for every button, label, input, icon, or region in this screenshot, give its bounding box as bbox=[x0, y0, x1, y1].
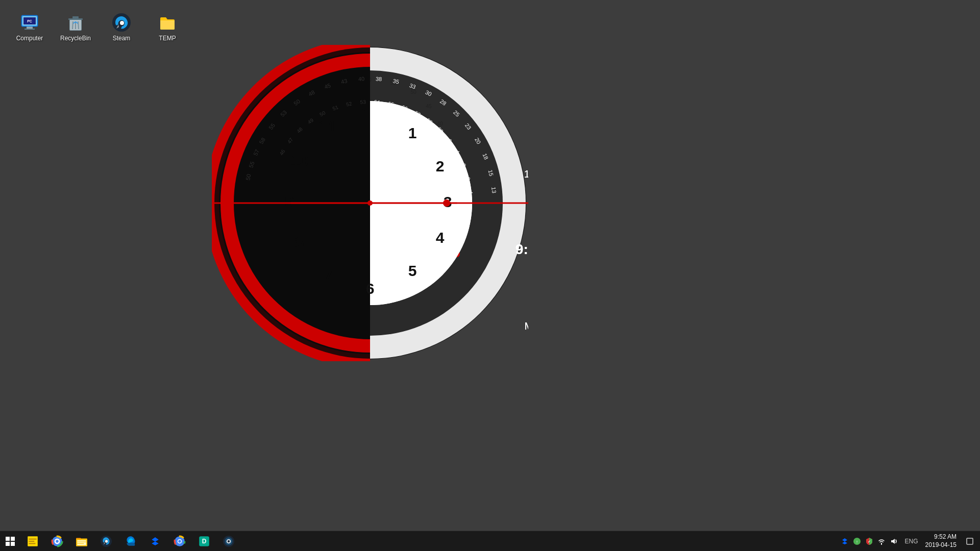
steam-icon bbox=[111, 12, 132, 33]
taskbar-app-steam2[interactable] bbox=[216, 531, 241, 552]
language-indicator[interactable]: ENG bbox=[903, 538, 920, 545]
taskbar-app-steam[interactable] bbox=[94, 531, 118, 552]
svg-text:9:52 AM: 9:52 AM bbox=[516, 241, 528, 257]
svg-rect-164 bbox=[29, 543, 35, 544]
desktop-icon-computer[interactable]: PC Computer bbox=[9, 9, 50, 45]
taskbar-apps: D bbox=[20, 531, 241, 551]
tray-wifi[interactable] bbox=[876, 536, 887, 546]
svg-text:PC: PC bbox=[27, 19, 32, 23]
svg-text:38: 38 bbox=[375, 76, 382, 82]
svg-text:✓: ✓ bbox=[868, 540, 871, 543]
notification-button[interactable] bbox=[962, 531, 978, 552]
svg-text:D: D bbox=[202, 538, 207, 545]
svg-text:50: 50 bbox=[410, 89, 416, 95]
svg-rect-157 bbox=[6, 537, 10, 541]
svg-text:15. April: 15. April bbox=[524, 168, 528, 180]
svg-text:Monday: Monday bbox=[524, 320, 528, 332]
svg-line-12 bbox=[78, 21, 79, 29]
svg-text:5: 5 bbox=[408, 262, 417, 279]
svg-marker-181 bbox=[152, 537, 158, 541]
svg-text:13: 13 bbox=[491, 187, 497, 193]
desktop-icon-temp[interactable]: TEMP bbox=[147, 9, 188, 45]
svg-point-179 bbox=[105, 540, 108, 542]
system-tray: ↑ ✓ bbox=[837, 536, 902, 546]
taskbar-clock[interactable]: 9:52 AM 2019-04-15 bbox=[921, 533, 961, 549]
temp-icon-label: TEMP bbox=[159, 35, 176, 42]
svg-text:↑: ↑ bbox=[855, 539, 858, 544]
svg-text:35: 35 bbox=[392, 78, 399, 85]
svg-point-155 bbox=[443, 199, 450, 207]
taskbar-app-dashlane[interactable]: D bbox=[192, 531, 216, 552]
tray-dropbox[interactable] bbox=[840, 536, 850, 546]
clock-widget: 0 0 55 50 45 40 35 30 58 59 0 1 2 3 4 bbox=[212, 45, 528, 361]
desktop-icon-recyclebin[interactable]: RecycleBin bbox=[55, 9, 96, 45]
taskbar-date: 2019-04-15 bbox=[925, 541, 957, 549]
svg-rect-163 bbox=[29, 540, 34, 541]
steam-icon-label: Steam bbox=[113, 35, 131, 42]
svg-text:40: 40 bbox=[437, 121, 443, 127]
svg-rect-199 bbox=[967, 538, 973, 544]
taskbar: D ↑ bbox=[0, 531, 980, 551]
svg-rect-9 bbox=[72, 16, 79, 18]
taskbar-app-chrome[interactable] bbox=[45, 531, 69, 552]
svg-text:4: 4 bbox=[436, 229, 445, 246]
svg-point-156 bbox=[368, 201, 373, 206]
taskbar-time: 9:52 AM bbox=[934, 533, 957, 541]
desktop-icon-steam[interactable]: Steam bbox=[101, 9, 142, 45]
temp-folder-icon bbox=[157, 12, 178, 33]
taskbar-app-dropbox[interactable] bbox=[143, 531, 167, 552]
recyclebin-icon-label: RecycleBin bbox=[60, 35, 91, 42]
svg-point-14 bbox=[120, 21, 124, 25]
svg-point-194 bbox=[228, 540, 230, 542]
taskbar-app-edge[interactable] bbox=[118, 531, 143, 552]
taskbar-app-chrome2[interactable] bbox=[167, 531, 192, 552]
taskbar-app-notes[interactable] bbox=[20, 531, 45, 552]
svg-rect-8 bbox=[68, 18, 83, 20]
svg-line-10 bbox=[72, 21, 73, 29]
svg-rect-159 bbox=[6, 542, 10, 546]
taskbar-app-explorer[interactable] bbox=[69, 531, 94, 552]
computer-icon-label: Computer bbox=[16, 35, 43, 42]
svg-rect-158 bbox=[11, 537, 15, 541]
svg-text:45: 45 bbox=[426, 104, 432, 109]
svg-point-173 bbox=[56, 540, 58, 542]
computer-icon: PC bbox=[19, 12, 40, 33]
svg-rect-160 bbox=[11, 542, 15, 546]
svg-rect-175 bbox=[77, 540, 86, 545]
tray-volume[interactable] bbox=[889, 536, 899, 546]
svg-rect-162 bbox=[29, 538, 36, 539]
svg-rect-2 bbox=[27, 27, 33, 29]
svg-point-185 bbox=[178, 540, 181, 542]
svg-text:6: 6 bbox=[366, 280, 375, 297]
tray-icon-green[interactable]: ↑ bbox=[852, 536, 862, 546]
svg-text:1: 1 bbox=[408, 124, 417, 141]
svg-rect-3 bbox=[24, 29, 35, 30]
start-button[interactable] bbox=[0, 531, 20, 552]
taskbar-right: ↑ ✓ bbox=[837, 531, 980, 551]
tray-security[interactable]: ✓ bbox=[864, 536, 874, 546]
recyclebin-icon bbox=[65, 12, 86, 33]
svg-text:2: 2 bbox=[436, 158, 445, 174]
desktop-icons-area: PC Computer RecycleBin bbox=[5, 5, 192, 49]
